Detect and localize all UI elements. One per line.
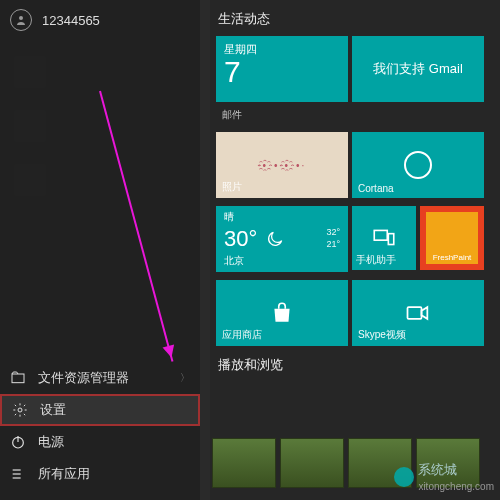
all-apps-icon (10, 466, 26, 482)
svg-rect-9 (388, 234, 393, 245)
skype-tile[interactable]: Skype视频 (352, 280, 484, 346)
store-caption: 应用商店 (222, 328, 262, 342)
section-play: 播放和浏览 (218, 356, 500, 374)
settings-item[interactable]: 设置 (0, 394, 200, 426)
minecraft-face-icon (212, 438, 276, 488)
freshpaint-caption: FreshPaint (433, 253, 472, 262)
cortana-caption: Cortana (358, 183, 394, 194)
weather-temp: 30° (224, 226, 257, 252)
gear-icon (12, 402, 28, 418)
watermark: 系统城 xitongcheng.com (394, 461, 494, 492)
watermark-sub: xitongcheng.com (418, 481, 494, 492)
svg-point-0 (19, 16, 23, 20)
calendar-day: 7 (224, 57, 241, 87)
shopping-bag-icon (269, 300, 295, 326)
power-label: 电源 (38, 433, 64, 451)
video-camera-icon (404, 299, 432, 327)
skype-caption: Skype视频 (358, 328, 406, 342)
svg-point-2 (18, 408, 22, 412)
cortana-ring-icon (404, 151, 432, 179)
user-account-row[interactable]: 12344565 (0, 0, 200, 40)
section-life: 生活动态 (218, 10, 500, 28)
weather-city: 北京 (224, 254, 244, 268)
weather-cond: 晴 (224, 210, 234, 224)
weather-hilo: 32°21° (326, 227, 340, 250)
settings-label: 设置 (40, 401, 66, 419)
svg-rect-8 (374, 230, 387, 240)
calendar-tile[interactable]: 星期四 7 (216, 36, 348, 102)
freshpaint-tile[interactable]: FreshPaint (420, 206, 484, 270)
start-menu-left: 12344565 文件资源管理器 〉 设置 电源 所有应用 (0, 0, 200, 500)
photos-art-icon: ·•҈•·•҈•· (258, 160, 306, 171)
user-name: 12344565 (42, 13, 100, 28)
cortana-tile[interactable]: Cortana (352, 132, 484, 198)
svg-rect-10 (408, 307, 422, 319)
moon-icon (265, 229, 285, 249)
mail-caption: 邮件 (222, 108, 242, 122)
photos-caption: 照片 (222, 180, 242, 194)
file-explorer-item[interactable]: 文件资源管理器 〉 (0, 362, 200, 394)
all-apps-label: 所有应用 (38, 465, 90, 483)
phone-companion-tile[interactable]: 手机助手 (352, 206, 416, 270)
watermark-logo-icon (394, 467, 414, 487)
phone-caption: 手机助手 (356, 253, 396, 267)
start-menu-tiles: 生活动态 星期四 7 我们支持 Gmail 邮件 ·•҈•·•҈•· 照片 Co… (210, 0, 500, 500)
file-explorer-label: 文件资源管理器 (38, 369, 129, 387)
power-icon (10, 434, 26, 450)
watermark-text: 系统城 (418, 461, 494, 479)
file-explorer-icon (10, 370, 26, 386)
devices-icon (371, 225, 397, 251)
user-avatar-icon (10, 9, 32, 31)
photos-tile[interactable]: ·•҈•·•҈•· 照片 (216, 132, 348, 198)
weather-tile[interactable]: 晴 30° 32°21° 北京 (216, 206, 348, 272)
minecraft-face-icon (280, 438, 344, 488)
mail-tile[interactable]: 我们支持 Gmail (352, 36, 484, 102)
svg-rect-1 (12, 374, 24, 383)
mail-text: 我们支持 Gmail (373, 60, 463, 78)
chevron-right-icon: 〉 (180, 371, 190, 385)
power-item[interactable]: 电源 (0, 426, 200, 458)
store-tile[interactable]: 应用商店 (216, 280, 348, 346)
all-apps-item[interactable]: 所有应用 (0, 458, 200, 490)
